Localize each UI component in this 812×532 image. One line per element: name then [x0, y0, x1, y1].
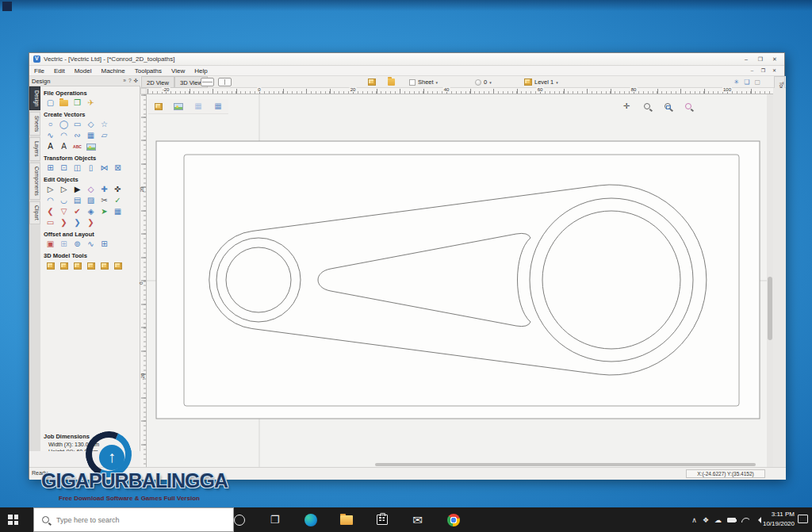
- drawing-canvas[interactable]: ▦▦ ✛: [147, 94, 773, 467]
- menu-item[interactable]: Edit: [49, 67, 70, 75]
- shading-tool-icon[interactable]: [173, 101, 184, 112]
- shading-tool-icon[interactable]: ▦: [193, 101, 204, 112]
- menu-item[interactable]: Toolpaths: [130, 67, 167, 75]
- mdi-restore-button[interactable]: ❐: [758, 67, 768, 75]
- bag-tool-button[interactable]: [388, 76, 395, 88]
- tool-icon[interactable]: ▤: [71, 195, 84, 206]
- tool-icon[interactable]: ◡: [57, 195, 71, 206]
- tool-icon[interactable]: ❮: [44, 206, 57, 217]
- tool-icon[interactable]: ◫: [71, 163, 84, 174]
- tray-icon[interactable]: ❖: [703, 516, 709, 524]
- mdi-minimize-button[interactable]: –: [747, 67, 757, 75]
- shading-tool-icon[interactable]: [153, 101, 164, 112]
- panel-header-icon[interactable]: ?: [128, 78, 132, 84]
- snap-toggle-icon[interactable]: ✳: [734, 78, 740, 87]
- start-button[interactable]: [8, 515, 18, 525]
- tool-icon[interactable]: ➤: [98, 206, 111, 217]
- zoom-tool-icon[interactable]: [683, 101, 694, 112]
- tool-icon[interactable]: ◠: [44, 195, 57, 206]
- menu-item[interactable]: Machine: [96, 67, 129, 75]
- tool-icon[interactable]: ▨: [84, 195, 98, 206]
- menu-item[interactable]: File: [29, 67, 49, 75]
- mdi-close-button[interactable]: ✕: [769, 67, 779, 75]
- sheet-selector[interactable]: Sheet ▾: [409, 76, 438, 88]
- side-tab[interactable]: Sheets: [29, 112, 40, 136]
- vertical-scrollbar[interactable]: [767, 94, 773, 467]
- close-button[interactable]: ✕: [768, 55, 781, 64]
- tool-icon[interactable]: ∿: [84, 239, 98, 250]
- snap-toggle-icon[interactable]: ❏: [744, 78, 749, 87]
- tool-icon[interactable]: ▣: [44, 239, 57, 250]
- side-tab[interactable]: Components: [29, 163, 40, 200]
- horizontal-scrollbar-thumb[interactable]: [375, 463, 756, 466]
- tool-icon[interactable]: ⊞: [57, 239, 71, 250]
- tray-icon[interactable]: [755, 517, 761, 523]
- taskbar-search[interactable]: [33, 507, 234, 532]
- tab-2d-view[interactable]: 2D View: [141, 76, 174, 88]
- split-vertical-icon[interactable]: [218, 78, 232, 86]
- panel-header-icon[interactable]: ✜: [134, 78, 138, 84]
- tool-icon[interactable]: ▢: [44, 98, 57, 109]
- minimize-button[interactable]: –: [740, 55, 753, 64]
- zoom-tool-icon[interactable]: [662, 101, 673, 112]
- split-horizontal-icon[interactable]: [201, 78, 214, 86]
- taskbar-app-icon[interactable]: [435, 507, 471, 532]
- tool-icon[interactable]: ▭: [71, 119, 84, 130]
- tool-icon[interactable]: ▦: [84, 130, 98, 141]
- level-selector[interactable]: Level 1 ▾: [524, 76, 558, 88]
- tool-icon[interactable]: ⊞: [98, 239, 111, 250]
- sheet-number-selector[interactable]: 0 ▾: [475, 76, 492, 88]
- taskbar-app-icon[interactable]: ✉: [400, 507, 435, 532]
- tool-icon[interactable]: ❯: [84, 217, 98, 228]
- zoom-tool-icon[interactable]: [642, 101, 653, 112]
- taskbar-app-icon[interactable]: ❐: [257, 507, 293, 532]
- tool-icon[interactable]: [44, 260, 57, 271]
- tool-icon[interactable]: ❯: [57, 217, 71, 228]
- tool-icon[interactable]: ✈: [84, 98, 98, 109]
- title-bar[interactable]: Vectric - [Vectric Ltd] - [*Conrod_2D_to…: [29, 53, 784, 66]
- tool-icon[interactable]: [84, 260, 98, 271]
- tool-icon[interactable]: ❐: [71, 98, 84, 109]
- restore-button[interactable]: ❐: [754, 55, 767, 64]
- tool-icon[interactable]: ▦: [111, 206, 124, 217]
- tray-icon[interactable]: [741, 518, 749, 522]
- tool-icon[interactable]: [71, 260, 84, 271]
- tool-icon[interactable]: ⊞: [44, 163, 57, 174]
- tool-icon[interactable]: ▭: [44, 217, 57, 228]
- tool-icon[interactable]: ✂: [98, 195, 111, 206]
- tool-icon[interactable]: ◈: [84, 206, 98, 217]
- side-tab[interactable]: Layers: [29, 137, 40, 161]
- tool-icon[interactable]: ✜: [111, 184, 124, 195]
- tool-icon[interactable]: [57, 98, 71, 109]
- tool-icon[interactable]: ▷: [44, 184, 57, 195]
- action-center-icon[interactable]: [798, 515, 808, 523]
- tool-icon[interactable]: ⊚: [71, 239, 84, 250]
- tool-icon[interactable]: ◇: [84, 184, 98, 195]
- taskbar-app-icon[interactable]: [328, 507, 364, 532]
- side-tab[interactable]: Design: [29, 86, 40, 110]
- tool-icon[interactable]: ◠: [57, 130, 71, 141]
- tool-icon[interactable]: [84, 141, 98, 152]
- tool-icon[interactable]: ▶: [71, 184, 84, 195]
- tool-icon[interactable]: ⊡: [57, 163, 71, 174]
- tool-icon[interactable]: ✚: [98, 184, 111, 195]
- tray-icon[interactable]: ☁: [714, 516, 722, 524]
- material-setup-button[interactable]: [368, 76, 376, 88]
- taskbar-clock[interactable]: 3:11 PM 10/19/2020: [763, 510, 795, 529]
- taskbar-app-icon[interactable]: [221, 507, 257, 532]
- tool-icon[interactable]: A: [57, 141, 71, 152]
- taskbar-app-icon[interactable]: [293, 507, 328, 532]
- menu-item[interactable]: View: [167, 67, 190, 75]
- tool-icon[interactable]: ▽: [57, 206, 71, 217]
- desktop-shortcut-icon[interactable]: [2, 2, 12, 11]
- tool-icon[interactable]: ▷: [57, 184, 71, 195]
- tray-icon[interactable]: ∧: [691, 516, 697, 524]
- tray-icon[interactable]: [727, 518, 736, 522]
- tool-icon[interactable]: ☆: [98, 119, 111, 130]
- tool-icon[interactable]: [57, 260, 71, 271]
- tool-icon[interactable]: ∿: [44, 130, 57, 141]
- tool-icon[interactable]: ▯: [84, 163, 98, 174]
- menu-item[interactable]: Model: [70, 67, 97, 75]
- tool-icon[interactable]: ∾: [71, 130, 84, 141]
- tool-icon[interactable]: [111, 260, 124, 271]
